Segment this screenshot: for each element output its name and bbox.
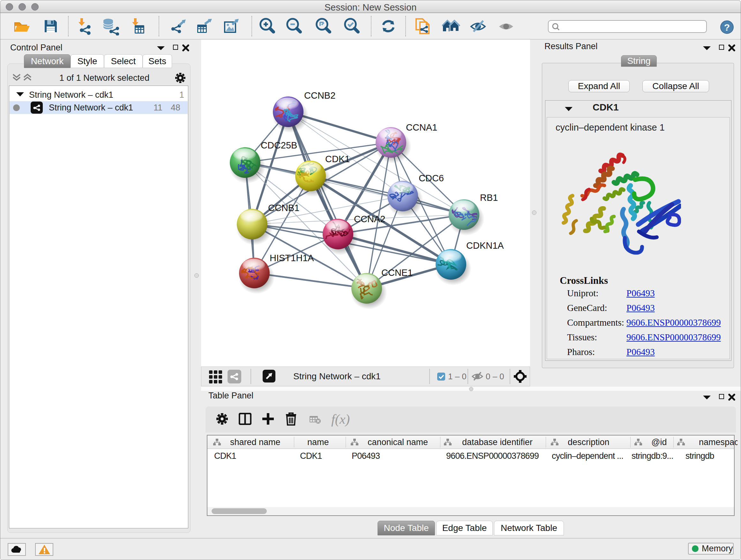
svg-text:CCNA1: CCNA1 — [406, 122, 437, 132]
svg-text:CCNE1: CCNE1 — [381, 267, 413, 278]
svg-text:CCNA2: CCNA2 — [354, 214, 385, 224]
svg-text:CDKN1A: CDKN1A — [466, 240, 504, 251]
svg-text:CDC25B: CDC25B — [261, 140, 297, 150]
svg-text:RB1: RB1 — [480, 192, 498, 203]
svg-text:CDC6: CDC6 — [419, 173, 444, 183]
svg-text:CCNB1: CCNB1 — [268, 203, 299, 213]
svg-text:CDK1: CDK1 — [325, 154, 350, 164]
svg-text:CCNB2: CCNB2 — [304, 90, 335, 101]
svg-text:HIST1H1A: HIST1H1A — [270, 253, 314, 263]
